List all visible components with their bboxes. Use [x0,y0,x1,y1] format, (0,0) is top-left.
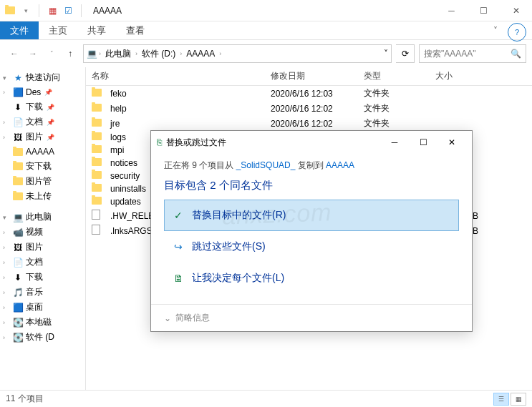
item-count: 11 个项目 [6,393,44,405]
file-name: help [110,104,127,114]
nav-item[interactable]: ›📹视频 [0,225,85,240]
file-row[interactable]: help2020/6/16 12:02文件夹 [86,101,532,116]
folder-icon [92,158,106,168]
properties-icon[interactable]: ▦ [47,5,58,16]
nav-item[interactable]: ⬇下载📌 [0,99,85,114]
nav-item[interactable]: ›🖼图片 [0,240,85,255]
tab-home[interactable]: 主页 [39,21,77,39]
file-row[interactable]: feko2020/6/16 12:03文件夹 [86,86,532,101]
file-name: jre [110,119,120,129]
replace-skip-dialog: ⎘ 替换或跳过文件 ─ ☐ ✕ 正在将 9 个项目从 _SolidSQUAD_ … [150,130,473,332]
folder-icon [92,197,106,207]
nav-item[interactable]: ›⬇下载 [0,270,85,285]
file-name: notices [110,158,137,168]
nav-item[interactable]: ›🟦桌面 [0,300,85,315]
file-name: uninstalls [110,184,146,194]
decide-option[interactable]: 🗎 让我决定每个文件(L) [164,263,459,294]
chevron-down-icon: ⌄ [164,313,171,323]
dialog-close-button[interactable]: ✕ [437,132,466,153]
skip-icon: ↪ [172,241,185,252]
file-name: security [110,171,140,181]
file-name: .lnksARGS [110,226,153,236]
source-link[interactable]: _SolidSQUAD_ [236,160,296,170]
up-button[interactable]: ↑ [62,45,79,62]
chevron-right-icon[interactable]: › [99,50,101,57]
column-type[interactable]: 类型 [364,70,435,82]
nav-item[interactable]: ›📄文档📌 [0,114,85,129]
dialog-footer[interactable]: ⌄ 简略信息 [151,304,472,331]
file-date: 2020/6/16 12:03 [271,89,364,99]
search-icon[interactable]: 🔍 [511,49,521,59]
file-type: 文件夹 [364,117,435,129]
column-date[interactable]: 修改日期 [271,70,364,82]
back-button[interactable]: ← [6,45,23,62]
nav-item[interactable]: 未上传 [0,189,85,204]
file-row[interactable]: jre2020/6/16 12:02文件夹 [86,116,532,131]
maximize-button[interactable]: ☐ [468,0,500,21]
column-size[interactable]: 大小 [435,70,478,82]
compare-icon: 🗎 [172,273,185,284]
nav-item[interactable]: ›💽本地磁 [0,315,85,330]
nav-this-pc[interactable]: ▾💻此电脑 [0,210,85,225]
dialog-info: 正在将 9 个项目从 _SolidSQUAD_ 复制到 AAAAA [164,160,459,172]
file-name: logs [110,132,126,142]
dialog-heading: 目标包含 2 个同名文件 [164,179,459,192]
file-tab[interactable]: 文件 [0,21,39,39]
folder-icon [92,171,106,181]
chevron-right-icon[interactable]: › [135,50,137,57]
column-name[interactable]: 名称 [92,70,271,82]
qat-check-icon[interactable]: ☑ [62,5,74,16]
column-headers[interactable]: 名称 修改日期 类型 大小 [86,67,532,86]
qat-dropdown-icon[interactable]: ▾ [20,5,32,16]
tab-view[interactable]: 查看 [116,21,155,39]
breadcrumb[interactable]: AAAAA [183,49,218,59]
address-dropdown-icon[interactable]: ˅ [384,49,388,59]
address-box[interactable]: 💻 › 此电脑 › 软件 (D:) › AAAAA › ˅ [83,44,392,63]
icons-view-button[interactable]: ▦ [511,393,526,406]
check-icon: ✓ [172,210,185,221]
dest-link[interactable]: AAAAA [326,160,354,170]
chevron-right-icon[interactable]: › [180,50,182,57]
ribbon: 文件 主页 共享 查看 ˅ ? [0,21,532,40]
nav-item[interactable]: 安下载 [0,159,85,174]
titlebar: ▾ ▦ ☑ AAAAA ─ ☐ ✕ [0,0,532,21]
breadcrumb[interactable]: 软件 (D:) [139,48,178,60]
file-name: updates [110,197,141,207]
refresh-button[interactable]: ⟳ [396,44,415,63]
search-input[interactable] [424,49,506,59]
dialog-maximize-button[interactable]: ☐ [409,132,437,153]
replace-option[interactable]: ✓ 替换目标中的文件(R) [164,200,459,231]
folder-icon [92,132,106,142]
file-date: 2020/6/16 12:02 [271,104,364,114]
nav-item[interactable]: ›🎵音乐 [0,285,85,300]
recent-dropdown[interactable]: ˅ [43,45,60,62]
details-view-button[interactable]: ☰ [493,393,509,406]
file-icon [92,210,106,222]
minimize-button[interactable]: ─ [435,0,468,21]
nav-item[interactable]: ›💽软件 (D [0,330,85,345]
skip-option[interactable]: ↪ 跳过这些文件(S) [164,231,459,263]
nav-item[interactable]: AAAAA [0,144,85,159]
chevron-right-icon[interactable]: › [219,50,221,57]
file-name: mpi [110,145,124,155]
help-button[interactable]: ? [508,23,526,41]
forward-button[interactable]: → [24,45,42,62]
tab-share[interactable]: 共享 [77,21,116,39]
folder-icon [92,89,106,99]
nav-item[interactable]: ›🖼图片📌 [0,129,85,144]
nav-item[interactable]: ›📄文档 [0,255,85,270]
file-name: feko [110,89,127,99]
nav-item[interactable]: ›🟦Des📌 [0,85,85,99]
dialog-minimize-button[interactable]: ─ [380,132,409,153]
search-box[interactable]: 🔍 [419,44,526,63]
nav-item[interactable]: 图片管 [0,174,85,189]
folder-icon [92,119,106,129]
ribbon-expand-icon[interactable]: ˅ [486,21,505,39]
folder-icon [4,5,16,16]
folder-icon [92,145,106,155]
nav-quick-access[interactable]: ▾★快速访问 [0,70,85,85]
file-date: 2020/6/16 12:02 [271,119,364,129]
file-type: 文件夹 [364,87,435,99]
close-button[interactable]: ✕ [500,0,532,21]
breadcrumb[interactable]: 此电脑 [102,48,134,60]
